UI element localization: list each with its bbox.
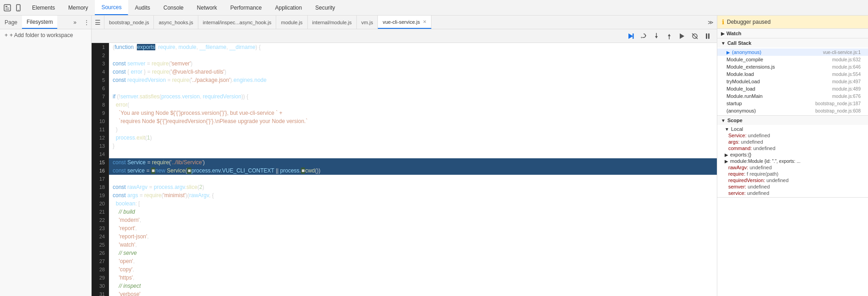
watch-section-header[interactable]: ▶ Watch [717,29,868,38]
code-line-8: error( [109,101,717,109]
code-line-10: `requires Node ${'{'}requiredVersion{'}'… [109,117,717,125]
code-content[interactable]: (function (exports, require, module, __f… [109,43,717,296]
tab-console[interactable]: Console [157,0,191,15]
call-stack-item-4[interactable]: tryModuleLoad module.js:497 [717,78,868,85]
code-line-15: const Service = require('../lib/Service'… [109,158,717,167]
code-line-24: 'report-json', [109,232,717,241]
step-into-button[interactable] [651,31,662,42]
call-stack-item-2[interactable]: Module_extensions.js module.js:646 [717,63,868,70]
scope-item-args: args: undefined [717,139,868,145]
file-tab-internal-inspec[interactable]: internal/inspec...async_hook.js [198,16,277,29]
inspect-icon[interactable] [3,3,12,12]
code-line-21: // build [109,208,717,216]
right-panel: ℹ Debugger paused ▶ Watch ▼ Call Stack ▶… [717,16,868,296]
call-stack-item-7[interactable]: startup bootstrap_node.js:187 [717,100,868,107]
watch-section: ▶ Watch [717,29,868,38]
left-sidebar: Page Filesystem » ⋮ + + Add folder to wo… [0,16,92,296]
code-editor[interactable]: 1 2 3 4 5 6 7 8 9 10 11 12 13 14 15 16 1 [92,43,717,296]
scope-local-header[interactable]: ▼ Local [717,126,868,132]
svg-rect-16 [708,33,710,39]
file-tab-bootstrap[interactable]: bootstrap_node.js [104,16,154,29]
code-line-25: 'watch', [109,241,717,249]
call-stack-item-5[interactable]: Module_load module.js:489 [717,85,868,92]
scope-item-service: Service: undefined [717,132,868,139]
file-tab-vue-cli-service[interactable]: vue-cli-service.js ✕ [378,16,431,29]
sidebar-toggle-icon[interactable]: ☰ [92,16,104,29]
mobile-icon[interactable] [14,3,23,12]
call-stack-content: ▶ (anonymous) vue-cli-service.js:1 Modul… [717,48,868,115]
scope-exports-chevron: ▶ [725,152,728,157]
add-folder-icon: + [5,32,8,38]
file-tab-close-icon[interactable]: ✕ [423,19,426,24]
code-line-12: process.exit(1) [109,134,717,142]
svg-point-2 [18,10,19,11]
resume-button[interactable] [625,31,636,42]
pause-on-exception-button[interactable] [702,31,713,42]
deactivate-breakpoints-button[interactable] [689,31,700,42]
file-tab-module[interactable]: module.js [276,16,307,29]
call-stack-item-3[interactable]: Module.load module.js:554 [717,70,868,78]
add-folder-button[interactable]: + + Add folder to workspace [0,29,91,41]
scope-item-module[interactable]: ▶ module: Module {id: ".", exports: ... [717,158,868,164]
svg-rect-4 [633,33,634,39]
sidebar-tabs: Page Filesystem » ⋮ [0,16,91,29]
scope-item-require: require: f require(path) [717,171,868,177]
tab-network[interactable]: Network [191,0,224,15]
top-nav: Elements Memory Sources Audits Console N… [0,0,868,16]
call-stack-item-6[interactable]: Module.runMain module.js:676 [717,92,868,100]
code-line-26: // serve [109,249,717,257]
scope-item-required-version: requiredVersion: undefined [717,177,868,183]
tab-elements[interactable]: Elements [26,0,62,15]
scope-section-header[interactable]: ▼ Scope [717,116,868,125]
tab-sources[interactable]: Sources [95,0,128,15]
file-tabs-overflow-button[interactable]: ≫ [704,16,717,29]
tab-audits[interactable]: Audits [128,0,157,15]
code-line-17 [109,175,717,183]
scope-content: ▼ Local Service: undefined args: undefin… [717,125,868,197]
file-tabs: bootstrap_node.js async_hooks.js interna… [104,16,431,29]
svg-marker-7 [641,37,642,38]
call-stack-arrow: ▶ [726,50,730,55]
step-button[interactable] [677,31,688,42]
tab-memory[interactable]: Memory [62,0,95,15]
file-tab-vm[interactable]: vm.js [357,16,378,29]
info-icon: ℹ [722,18,724,26]
step-over-button[interactable] [638,31,649,42]
watch-chevron: ▶ [721,31,725,36]
call-stack-item-1[interactable]: Module_compile module.js:632 [717,56,868,63]
file-tabs-bar: ☰ bootstrap_node.js async_hooks.js inter… [92,16,717,29]
scope-local-chevron: ▼ [725,127,729,132]
scope-item-semver: semver: undefined [717,183,868,190]
code-line-23: 'report', [109,224,717,232]
code-line-6 [109,84,717,92]
scope-item-exports[interactable]: ▶ exports: {} [717,151,868,158]
sidebar-more-button[interactable]: » [70,19,80,26]
step-out-button[interactable] [664,31,675,42]
sidebar-menu-button[interactable]: ⋮ [82,19,91,26]
sidebar-tab-filesystem[interactable]: Filesystem [22,16,57,29]
scope-module-chevron: ▶ [725,159,728,164]
tab-security[interactable]: Security [309,0,342,15]
code-line-5: const requiredVersion = require('../pack… [109,76,717,84]
scope-item-command: command: undefined [717,145,868,151]
call-stack-section-header[interactable]: ▼ Call Stack [717,38,868,48]
call-stack-item-8[interactable]: (anonymous) bootstrap_node.js:608 [717,107,868,114]
scope-item-rawargv: rawArgv: undefined [717,164,868,171]
scope-item-service2: service: undefined [717,190,868,196]
tab-application[interactable]: Application [269,0,309,15]
scope-chevron: ▼ [721,118,726,123]
file-tab-internal-module[interactable]: internal/module.js [308,16,357,29]
code-line-19: const args = require('minimist')(rawArgv… [109,191,717,199]
code-area-container: ☰ bootstrap_node.js async_hooks.js inter… [92,16,717,296]
call-stack-item-0[interactable]: ▶ (anonymous) vue-cli-service.js:1 [717,48,868,56]
code-line-1: (function (exports, require, module, __f… [109,43,717,51]
svg-marker-12 [680,33,684,39]
code-line-11: ) [109,125,717,134]
code-line-20: boolean: [ [109,199,717,208]
code-line-4: const { error } = require('@vue/cli-shar… [109,68,717,76]
sidebar-tab-page[interactable]: Page [0,16,22,29]
code-line-13: } [109,142,717,150]
tab-performance[interactable]: Performance [224,0,269,15]
code-line-14 [109,150,717,158]
file-tab-async-hooks[interactable]: async_hooks.js [154,16,198,29]
